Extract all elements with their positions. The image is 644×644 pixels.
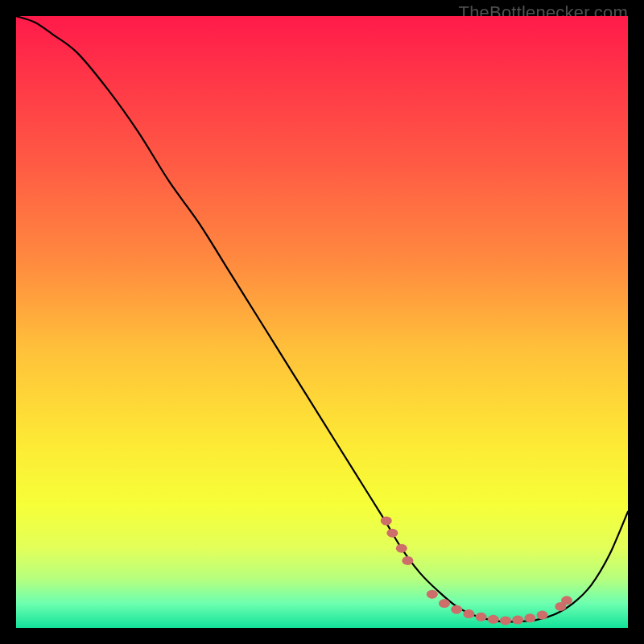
chart-frame: TheBottlenecker.com xyxy=(0,0,644,644)
background-gradient xyxy=(16,16,628,628)
plot-area xyxy=(16,16,628,628)
svg-rect-0 xyxy=(16,16,628,628)
